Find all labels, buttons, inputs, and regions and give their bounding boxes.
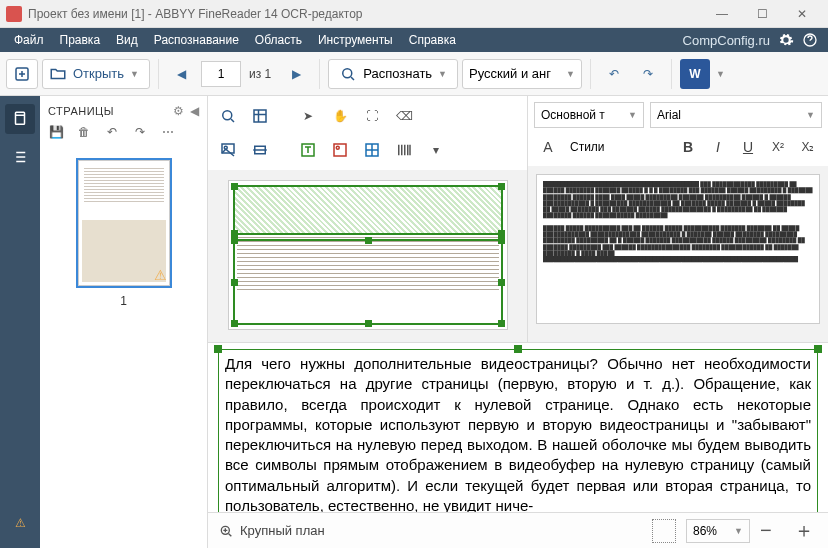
warning-icon[interactable]: ⚠ [5, 508, 35, 538]
maximize-button[interactable]: ☐ [742, 0, 782, 28]
font-select[interactable]: Arial ▼ [650, 102, 822, 128]
language-value: Русский и анг [469, 66, 551, 81]
chevron-down-icon: ▼ [438, 69, 447, 79]
text-editor[interactable]: Для чего нужны дополнительные видеостран… [208, 342, 828, 512]
crop-icon[interactable]: ⛶ [358, 102, 386, 130]
scan-icon[interactable] [246, 136, 274, 164]
analyze-icon[interactable] [246, 102, 274, 130]
panel-collapse-icon[interactable]: ◀ [190, 104, 199, 118]
svg-point-11 [336, 146, 339, 149]
window-title: Проект без имени [1] - ABBYY FineReader … [28, 7, 702, 21]
zoom-out-button[interactable]: − [760, 519, 784, 542]
svg-point-4 [223, 111, 232, 120]
chevron-down-icon: ▼ [130, 69, 139, 79]
menu-help[interactable]: Справка [401, 33, 464, 47]
page-thumbnail[interactable]: ⚠ [76, 158, 172, 288]
redo-button[interactable]: ↷ [633, 59, 663, 89]
zoom-in-button[interactable]: ＋ [794, 517, 818, 544]
menu-edit[interactable]: Правка [52, 33, 109, 47]
style-select[interactable]: Основной т ▼ [534, 102, 644, 128]
open-button[interactable]: Открыть ▼ [42, 59, 150, 89]
page-of-label: из 1 [249, 67, 271, 81]
pages-panel-title: СТРАНИЦЫ [48, 105, 167, 117]
style-value: Основной т [541, 108, 605, 122]
font-value: Arial [657, 108, 681, 122]
divider [671, 59, 672, 89]
chevron-down-icon: ▼ [806, 110, 815, 120]
page-number-input[interactable] [201, 61, 241, 87]
recognize-page-icon[interactable] [214, 102, 242, 130]
text-preview[interactable]: ████████████████████████████████████████… [536, 174, 820, 324]
menu-recognize[interactable]: Распознавание [146, 33, 247, 47]
close-button[interactable]: ✕ [782, 0, 822, 28]
divider [158, 59, 159, 89]
bottom-bar: Крупный план 86% ▼ − ＋ [208, 512, 828, 548]
chevron-down-icon[interactable]: ▼ [716, 69, 725, 79]
svg-point-2 [343, 68, 352, 77]
export-word-button[interactable]: W [680, 59, 710, 89]
recognized-region[interactable] [233, 185, 503, 235]
save-icon[interactable]: 💾 [46, 122, 66, 142]
more-areas-icon[interactable]: ▾ [422, 136, 450, 164]
menu-file[interactable]: Файл [6, 33, 52, 47]
chevron-down-icon: ▼ [628, 110, 637, 120]
pages-panel: СТРАНИЦЫ ⚙ ◀ 💾 🗑 ↶ ↷ ⋯ ⚠ 1 [40, 96, 208, 548]
menubar: Файл Правка Вид Распознавание Область Ин… [0, 28, 828, 52]
svg-rect-10 [334, 144, 346, 156]
rotate-right-icon[interactable]: ↷ [130, 122, 150, 142]
hand-icon[interactable]: ✋ [326, 102, 354, 130]
prev-page-button[interactable]: ◀ [167, 59, 197, 89]
grid-icon[interactable] [652, 519, 676, 543]
bottom-zoom-select[interactable]: 86% ▼ [686, 519, 750, 543]
next-page-button[interactable]: ▶ [281, 59, 311, 89]
magnify-label: Крупный план [240, 523, 325, 538]
pages-tab-icon[interactable] [5, 104, 35, 134]
pointer-icon[interactable]: ➤ [294, 102, 322, 130]
recognized-text: Для чего нужны дополнительные видеостран… [225, 355, 811, 512]
minimize-button[interactable]: — [702, 0, 742, 28]
divider [590, 59, 591, 89]
left-sidebar: ⚠ [0, 96, 40, 548]
toolbar-main: Открыть ▼ ◀ из 1 ▶ Распознать ▼ Русский … [0, 52, 828, 96]
italic-button[interactable]: I [704, 134, 732, 160]
page-image[interactable] [228, 180, 508, 330]
panel-settings-icon[interactable]: ⚙ [173, 104, 184, 118]
list-tab-icon[interactable] [5, 142, 35, 172]
recognize-label: Распознать [363, 66, 432, 81]
warning-icon: ⚠ [154, 267, 167, 283]
bold-button[interactable]: B [674, 134, 702, 160]
eraser-icon[interactable]: ⌫ [390, 102, 418, 130]
image-edit-icon[interactable] [214, 136, 242, 164]
settings-icon[interactable] [774, 28, 798, 52]
branding-site: CompConfig.ru [683, 33, 770, 48]
underline-button[interactable]: U [734, 134, 762, 160]
menu-area[interactable]: Область [247, 33, 310, 47]
recognize-button[interactable]: Распознать ▼ [328, 59, 458, 89]
menu-view[interactable]: Вид [108, 33, 146, 47]
picture-area-icon[interactable] [326, 136, 354, 164]
menu-tools[interactable]: Инструменты [310, 33, 401, 47]
divider [319, 59, 320, 89]
new-button[interactable] [6, 59, 38, 89]
recognized-region[interactable] [233, 239, 503, 325]
table-area-icon[interactable] [358, 136, 386, 164]
language-select[interactable]: Русский и анг ▼ [462, 59, 582, 89]
help-icon[interactable] [798, 28, 822, 52]
open-label: Открыть [73, 66, 124, 81]
svg-rect-3 [16, 112, 25, 124]
subscript-button[interactable]: X₂ [794, 134, 822, 160]
more-icon[interactable]: ⋯ [158, 122, 178, 142]
barcode-area-icon[interactable] [390, 136, 418, 164]
thumbnail-label: 1 [120, 294, 127, 308]
chevron-down-icon: ▼ [734, 526, 743, 536]
text-style-icon[interactable]: A [534, 134, 562, 160]
magnify-button[interactable]: Крупный план [218, 523, 325, 539]
svg-rect-5 [254, 110, 266, 122]
undo-button[interactable]: ↶ [599, 59, 629, 89]
chevron-down-icon: ▼ [566, 69, 575, 79]
superscript-button[interactable]: X² [764, 134, 792, 160]
rotate-left-icon[interactable]: ↶ [102, 122, 122, 142]
text-area-icon[interactable] [294, 136, 322, 164]
app-icon [6, 6, 22, 22]
delete-icon[interactable]: 🗑 [74, 122, 94, 142]
